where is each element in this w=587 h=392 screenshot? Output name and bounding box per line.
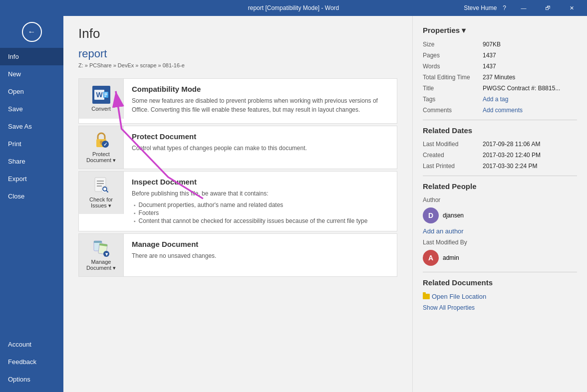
manage-card: ▾ Manage Document ▾ Manage Document Ther… [78, 233, 397, 277]
prop-author: Author [423, 196, 577, 203]
check-issues-button[interactable]: Check for Issues ▾ [79, 172, 124, 214]
prop-created: Created 2017-03-20 12:40 PM [423, 152, 577, 159]
compatibility-title: Compatibility Mode [132, 85, 389, 93]
svg-rect-5 [104, 94, 107, 95]
folder-icon [423, 294, 430, 299]
protect-desc: Control what types of changes people can… [132, 144, 389, 153]
prop-last-modified-by: Last Modified By [423, 239, 577, 246]
sidebar-item-share[interactable]: Share [0, 153, 63, 170]
check-issues-label: Check for Issues ▾ [89, 196, 113, 209]
window-controls: — 🗗 ✕ [512, 0, 583, 16]
manage-content: Manage Document There are no unsaved cha… [124, 234, 397, 269]
convert-button[interactable]: W Convert [79, 79, 124, 119]
compatibility-desc: Some new features are disabled to preven… [132, 96, 389, 114]
sidebar-item-close[interactable]: Close [0, 188, 63, 205]
manage-icon: ▾ [92, 239, 110, 257]
divider-3 [423, 272, 577, 272]
inspect-list: Document properties, author's name and r… [134, 201, 389, 225]
inspect-card: Check for Issues ▾ Inspect Document Befo… [78, 171, 397, 231]
related-people-title: Related People [423, 182, 577, 191]
prop-comments: Comments Add comments [423, 107, 577, 114]
prop-last-modified-value: 2017-09-28 11:06 AM [483, 141, 577, 148]
prop-tags: Tags Add a tag [423, 96, 577, 103]
title-bar: report [Compatibility Mode] - Word Steve… [0, 0, 587, 16]
prop-size-label: Size [423, 41, 483, 48]
manage-label: Manage Document ▾ [86, 259, 116, 271]
author-avatar: D [423, 207, 439, 223]
manage-title: Manage Document [132, 240, 389, 248]
inspect-icon [93, 177, 109, 195]
prop-last-modified-label: Last Modified [423, 141, 483, 148]
sidebar-item-print[interactable]: Print [0, 135, 63, 153]
restore-button[interactable]: 🗗 [536, 0, 559, 16]
prop-created-label: Created [423, 152, 483, 159]
prop-author-label: Author [423, 196, 483, 203]
svg-rect-14 [97, 183, 104, 184]
close-button[interactable]: ✕ [560, 0, 583, 16]
inspect-title: Inspect Document [132, 178, 389, 186]
svg-rect-6 [104, 96, 106, 97]
prop-title-value: PWGSC Contract #: B8815... [483, 85, 577, 92]
sidebar: ← Info New Open Save Save As Print Share… [0, 16, 63, 392]
prop-pages: Pages 1437 [423, 52, 577, 59]
svg-rect-13 [97, 181, 104, 182]
add-author-link[interactable]: Add an author [423, 227, 464, 235]
prop-words: Words 1437 [423, 63, 577, 70]
prop-pages-value: 1437 [483, 52, 577, 59]
main-layout: ← Info New Open Save Save As Print Share… [0, 16, 587, 392]
sidebar-item-new[interactable]: New [0, 65, 63, 83]
prop-editing-time-value: 237 Minutes [483, 74, 577, 81]
open-file-location-link[interactable]: Open File Location [432, 293, 577, 300]
prop-words-label: Words [423, 63, 483, 70]
svg-text:✓: ✓ [103, 142, 107, 147]
svg-rect-15 [97, 186, 102, 187]
prop-size: Size 907KB [423, 41, 577, 48]
protect-button[interactable]: ✓ Protect Document ▾ [79, 126, 124, 169]
list-item: Content that cannot be checked for acces… [134, 217, 389, 225]
prop-pages-label: Pages [423, 52, 483, 59]
protect-title: Protect Document [132, 132, 389, 141]
prop-last-modified-by-label: Last Modified By [423, 239, 483, 246]
inspect-content: Inspect Document Before publishing this … [124, 172, 397, 231]
word-icon: W [92, 86, 110, 104]
lock-icon: ✓ [93, 131, 109, 149]
prop-title: Title PWGSC Contract #: B8815... [423, 85, 577, 92]
doc-name: report [78, 47, 397, 60]
manage-desc: There are no unsaved changes. [132, 251, 389, 260]
sidebar-item-account[interactable]: Account [0, 336, 63, 353]
sidebar-item-export[interactable]: Export [0, 170, 63, 188]
doc-path: Z: » PCShare » DevEx » scrape » 081-16-e [78, 62, 397, 68]
prop-last-printed-label: Last Printed [423, 163, 483, 170]
svg-text:▾: ▾ [104, 251, 108, 257]
prop-last-modified: Last Modified 2017-09-28 11:06 AM [423, 141, 577, 148]
last-modified-avatar: A [423, 250, 439, 266]
prop-size-value: 907KB [483, 41, 577, 48]
manage-button[interactable]: ▾ Manage Document ▾ [79, 234, 124, 276]
convert-label: Convert [91, 106, 111, 112]
related-dates-title: Related Dates [423, 126, 577, 135]
prop-last-printed: Last Printed 2017-03-30 2:24 PM [423, 163, 577, 170]
prop-tags-label: Tags [423, 96, 483, 103]
help-button[interactable]: ? [503, 4, 506, 11]
prop-title-label: Title [423, 85, 483, 92]
sidebar-item-feedback[interactable]: Feedback [0, 353, 63, 371]
sidebar-item-save-as[interactable]: Save As [0, 118, 63, 135]
sidebar-item-info[interactable]: Info [0, 48, 63, 65]
last-modified-name: admin [443, 254, 459, 261]
prop-comments-value[interactable]: Add comments [483, 107, 577, 114]
sidebar-item-save[interactable]: Save [0, 100, 63, 118]
compatibility-content: Compatibility Mode Some new features are… [124, 79, 397, 123]
divider-2 [423, 176, 577, 176]
show-all-properties-link[interactable]: Show All Properties [423, 304, 577, 311]
prop-tags-value[interactable]: Add a tag [483, 96, 577, 103]
content-wrapper: Info report Z: » PCShare » DevEx » scrap… [63, 16, 587, 392]
user-name: Steve Hume [464, 4, 497, 11]
sidebar-item-open[interactable]: Open [0, 83, 63, 100]
minimize-button[interactable]: — [512, 0, 535, 16]
prop-words-value: 1437 [483, 63, 577, 70]
back-button[interactable]: ← [22, 22, 42, 42]
list-item: Document properties, author's name and r… [134, 201, 389, 209]
last-modified-by-row: A admin [423, 250, 577, 266]
sidebar-item-options[interactable]: Options [0, 371, 63, 388]
prop-editing-time: Total Editing Time 237 Minutes [423, 74, 577, 81]
